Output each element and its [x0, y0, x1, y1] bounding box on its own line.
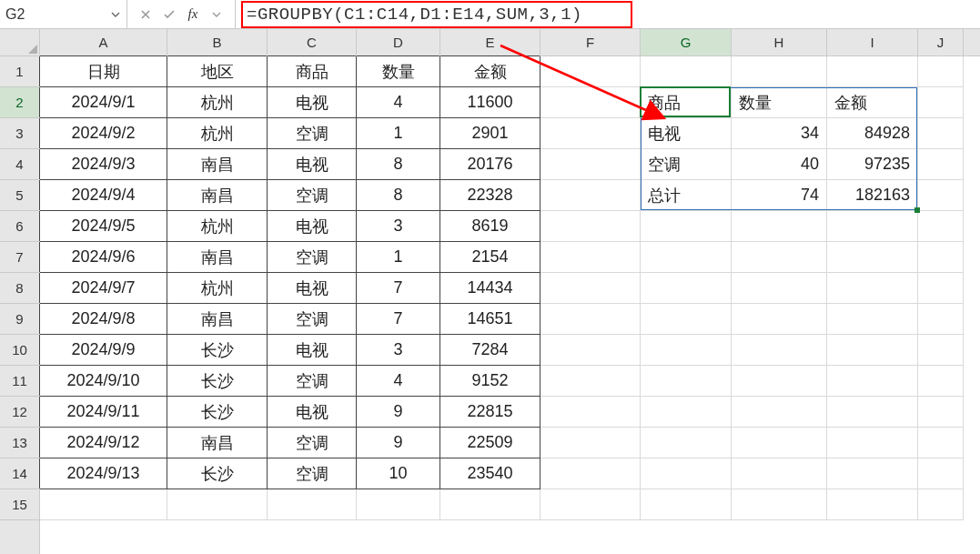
cell-E11[interactable]: 9152 — [440, 366, 541, 397]
cell-C6[interactable]: 电视 — [268, 211, 357, 242]
col-header-D[interactable]: D — [357, 29, 440, 55]
cell-E6[interactable]: 8619 — [440, 211, 541, 242]
cell-C7[interactable]: 空调 — [268, 242, 357, 273]
cell-B12[interactable]: 长沙 — [167, 397, 268, 428]
select-all-corner[interactable] — [0, 29, 40, 56]
cell-H3[interactable]: 34 — [732, 118, 827, 149]
cell-J9[interactable] — [918, 304, 964, 335]
cell-J4[interactable] — [918, 149, 964, 180]
cell-J5[interactable] — [918, 180, 964, 211]
row-header-4[interactable]: 4 — [0, 149, 39, 180]
cell-D15[interactable] — [357, 489, 440, 520]
row-header-12[interactable]: 12 — [0, 397, 39, 428]
cell-B14[interactable]: 长沙 — [167, 458, 268, 489]
cell-F2[interactable] — [541, 87, 641, 118]
cell-F4[interactable] — [541, 149, 641, 180]
cell-G2[interactable]: 商品 — [641, 87, 732, 118]
col-header-J[interactable]: J — [918, 29, 964, 55]
row-header-13[interactable]: 13 — [0, 428, 39, 458]
cell-B7[interactable]: 南昌 — [167, 242, 268, 273]
row-header-14[interactable]: 14 — [0, 458, 39, 489]
cell-H6[interactable] — [732, 211, 827, 242]
cell-H4[interactable]: 40 — [732, 149, 827, 180]
cell-D9[interactable]: 7 — [357, 304, 440, 335]
cell-C4[interactable]: 电视 — [268, 149, 357, 180]
cell-F9[interactable] — [541, 304, 641, 335]
cell-G12[interactable] — [641, 397, 732, 428]
cell-H7[interactable] — [732, 242, 827, 273]
fx-icon[interactable]: fx — [182, 4, 204, 25]
cell-C5[interactable]: 空调 — [268, 180, 357, 211]
cell-J11[interactable] — [918, 366, 964, 397]
cell-I7[interactable] — [827, 242, 918, 273]
cell-I13[interactable] — [827, 428, 918, 458]
cell-A6[interactable]: 2024/9/5 — [40, 211, 167, 242]
cell-D8[interactable]: 7 — [357, 273, 440, 304]
cell-E5[interactable]: 22328 — [440, 180, 541, 211]
col-header-H[interactable]: H — [732, 29, 827, 55]
cell-I2[interactable]: 金额 — [827, 87, 918, 118]
cell-A7[interactable]: 2024/9/6 — [40, 242, 167, 273]
cell-G3[interactable]: 电视 — [641, 118, 732, 149]
cell-C10[interactable]: 电视 — [268, 335, 357, 366]
cell-E4[interactable]: 20176 — [440, 149, 541, 180]
col-header-I[interactable]: I — [827, 29, 918, 55]
cell-E8[interactable]: 14434 — [440, 273, 541, 304]
cell-F6[interactable] — [541, 211, 641, 242]
cell-E15[interactable] — [440, 489, 541, 520]
cell-I14[interactable] — [827, 458, 918, 489]
col-header-G[interactable]: G — [641, 29, 732, 55]
col-header-C[interactable]: C — [268, 29, 357, 55]
cell-G5[interactable]: 总计 — [641, 180, 732, 211]
cell-J6[interactable] — [918, 211, 964, 242]
cell-F10[interactable] — [541, 335, 641, 366]
cell-A12[interactable]: 2024/9/11 — [40, 397, 167, 428]
cell-I3[interactable]: 84928 — [827, 118, 918, 149]
cell-I9[interactable] — [827, 304, 918, 335]
row-header-7[interactable]: 7 — [0, 242, 39, 273]
cell-B8[interactable]: 杭州 — [167, 273, 268, 304]
cell-H14[interactable] — [732, 458, 827, 489]
cells-grid[interactable]: 日期地区商品数量金额2024/9/1杭州电视411600商品数量金额2024/9… — [40, 56, 980, 554]
row-header-15[interactable]: 15 — [0, 489, 39, 520]
cell-I5[interactable]: 182163 — [827, 180, 918, 211]
cell-I10[interactable] — [827, 335, 918, 366]
cell-B9[interactable]: 南昌 — [167, 304, 268, 335]
cell-G6[interactable] — [641, 211, 732, 242]
cell-E7[interactable]: 2154 — [440, 242, 541, 273]
cell-D11[interactable]: 4 — [357, 366, 440, 397]
cell-E12[interactable]: 22815 — [440, 397, 541, 428]
cell-F12[interactable] — [541, 397, 641, 428]
formula-dropdown-icon[interactable] — [206, 4, 227, 25]
cell-H1[interactable] — [732, 56, 827, 87]
cell-F7[interactable] — [541, 242, 641, 273]
cell-H5[interactable]: 74 — [732, 180, 827, 211]
col-header-F[interactable]: F — [541, 29, 641, 55]
col-header-E[interactable]: E — [440, 29, 541, 55]
row-header-6[interactable]: 6 — [0, 211, 39, 242]
row-header-3[interactable]: 3 — [0, 118, 39, 149]
cell-G9[interactable] — [641, 304, 732, 335]
cell-C13[interactable]: 空调 — [268, 428, 357, 458]
cell-I1[interactable] — [827, 56, 918, 87]
cell-D4[interactable]: 8 — [357, 149, 440, 180]
row-header-9[interactable]: 9 — [0, 304, 39, 335]
cell-A4[interactable]: 2024/9/3 — [40, 149, 167, 180]
cell-I11[interactable] — [827, 366, 918, 397]
col-header-B[interactable]: B — [167, 29, 268, 55]
cell-H10[interactable] — [732, 335, 827, 366]
cell-J14[interactable] — [918, 458, 964, 489]
cell-C2[interactable]: 电视 — [268, 87, 357, 118]
row-header-1[interactable]: 1 — [0, 56, 39, 87]
cell-H12[interactable] — [732, 397, 827, 428]
cell-E9[interactable]: 14651 — [440, 304, 541, 335]
cell-J15[interactable] — [918, 489, 964, 520]
cell-E1[interactable]: 金额 — [440, 56, 541, 87]
cell-B1[interactable]: 地区 — [167, 56, 268, 87]
cell-B5[interactable]: 南昌 — [167, 180, 268, 211]
cell-D1[interactable]: 数量 — [357, 56, 440, 87]
cell-J2[interactable] — [918, 87, 964, 118]
cell-B3[interactable]: 杭州 — [167, 118, 268, 149]
cell-A5[interactable]: 2024/9/4 — [40, 180, 167, 211]
cell-G8[interactable] — [641, 273, 732, 304]
